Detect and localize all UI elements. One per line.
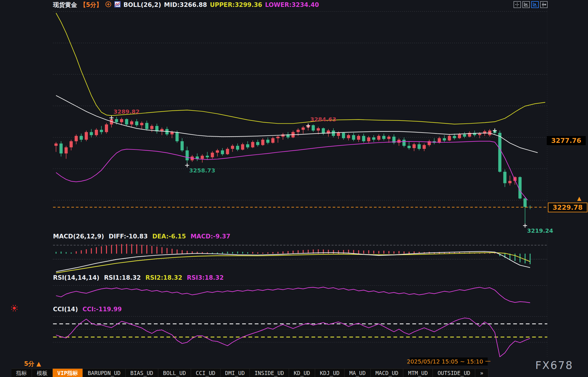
- tab-»[interactable]: »: [475, 368, 488, 377]
- cci-value: CCI:-119.99: [83, 306, 122, 313]
- rsi3-value: RSI3:18.32: [187, 274, 224, 281]
- tab-vip指标[interactable]: VIP指标: [53, 368, 83, 377]
- crosshair-icon[interactable]: [513, 1, 521, 8]
- price-up-arrow-icon[interactable]: ▲: [577, 196, 581, 200]
- boll-mid-value: MID:3266.88: [164, 1, 207, 8]
- tab-outside_ud[interactable]: OUTSIDE_UD: [433, 368, 475, 377]
- cci-panel-header: CCI(14) CCI:-119.99: [53, 306, 122, 313]
- right-axis-price-tag: 3277.76: [547, 136, 586, 145]
- rsi2-value: RSI2:18.32: [145, 274, 182, 281]
- tab-模板[interactable]: 模板: [32, 368, 53, 377]
- price-annotation: 3258.73: [189, 167, 215, 174]
- chart-header: 现货黄金 【5分】 BOLL(26,2) MID:3266.88 UPPER:3…: [53, 1, 319, 9]
- macd-dea-value: DEA:-6.15: [152, 233, 186, 240]
- axis-lock-icon[interactable]: [540, 1, 548, 8]
- tab-boll_ud[interactable]: BOLL_UD: [158, 368, 191, 377]
- price-annotation: 3219.24: [527, 227, 553, 234]
- tab-dmi_ud[interactable]: DMI_UD: [221, 368, 250, 377]
- tab-cci_ud[interactable]: CCI_UD: [191, 368, 221, 377]
- current-price-tag: 3229.78: [548, 203, 587, 212]
- chart-canvas[interactable]: [0, 0, 588, 377]
- rsi-panel-header: RSI(14,14,14) RSI1:18.32 RSI2:18.32 RSI3…: [53, 274, 224, 281]
- add-indicator-icon[interactable]: [105, 1, 111, 9]
- period-badge[interactable]: 【5分】: [80, 1, 102, 9]
- tab-mtm_ud[interactable]: MTM_UD: [403, 368, 433, 377]
- watermark: FX678: [535, 359, 573, 372]
- tab-barupdn_ud[interactable]: BARUPDN_UD: [83, 368, 126, 377]
- bar-timestamp: 2025/05/12 15:05 ~ 15:10 一: [410, 357, 488, 366]
- axis-play-icon[interactable]: [531, 1, 539, 8]
- rsi1-value: RSI1:18.32: [104, 274, 141, 281]
- period-indicator[interactable]: 5分 ▲: [24, 360, 41, 368]
- rsi-label: RSI(14,14,14): [53, 274, 99, 281]
- cci-label: CCI(14): [53, 306, 78, 313]
- macd-label: MACD(26,12,9): [53, 233, 104, 240]
- indicator-tabs: 指标模板VIP指标BARUPDN_UDBIAS_UDBOLL_UDCCI_UDD…: [11, 368, 489, 377]
- chart-type-icon[interactable]: [114, 1, 121, 9]
- boll-label: BOLL(26,2): [124, 1, 161, 8]
- macd-macd-value: MACD:-9.37: [191, 233, 230, 240]
- tab-kdj_ud[interactable]: KDJ_UD: [315, 368, 345, 377]
- symbol-name: 现货黄金: [53, 1, 77, 9]
- price-annotation: 3289.82: [113, 108, 140, 115]
- macd-panel-header: MACD(26,12,9) DIFF:-10.83 DEA:-6.15 MACD…: [53, 233, 230, 240]
- axis-scale-icon[interactable]: [522, 1, 530, 8]
- tab-ma_ud[interactable]: MA_UD: [345, 368, 371, 377]
- chart-application: 分时图K线图闪电图合约资料 3358.023358.023337.403337.…: [0, 0, 588, 377]
- price-annotation: 3284.63: [310, 116, 336, 123]
- boll-upper-value: UPPER:3299.36: [210, 1, 262, 8]
- tab-inside_ud[interactable]: INSIDE_UD: [250, 368, 289, 377]
- tab-指标[interactable]: 指标: [11, 368, 32, 377]
- tab-macd_ud[interactable]: MACD_UD: [371, 368, 403, 377]
- scale-toolbar: [513, 1, 548, 8]
- tab-bias_ud[interactable]: BIAS_UD: [126, 368, 158, 377]
- macd-diff-value: DIFF:-10.83: [109, 233, 148, 240]
- tab-kd_ud[interactable]: KD_UD: [289, 368, 315, 377]
- boll-lower-value: LOWER:3234.40: [265, 1, 319, 8]
